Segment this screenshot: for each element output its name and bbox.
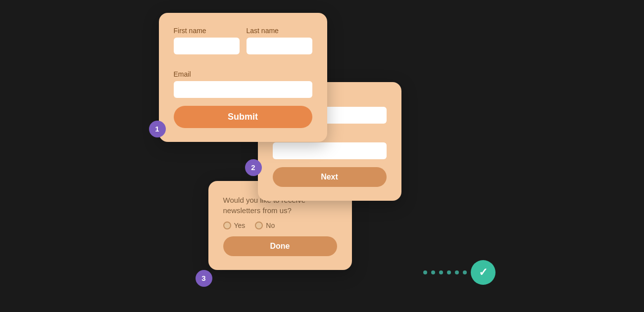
- dot-1: [423, 270, 427, 274]
- last-name-input[interactable]: [247, 38, 312, 54]
- next-button[interactable]: Next: [273, 167, 387, 187]
- last-name-group: Last name: [247, 27, 312, 54]
- radio-yes[interactable]: Yes: [223, 222, 246, 229]
- done-button[interactable]: Done: [223, 236, 337, 256]
- step-badge-1: 1: [149, 121, 166, 137]
- job-title-input[interactable]: [273, 142, 387, 159]
- radio-no-circle: [255, 222, 263, 229]
- dot-4: [447, 270, 451, 274]
- email-label: Email: [174, 70, 312, 78]
- completion-row: ✓: [423, 260, 495, 285]
- dot-5: [455, 270, 459, 274]
- radio-no[interactable]: No: [255, 222, 275, 229]
- first-name-input[interactable]: [174, 38, 240, 54]
- last-name-label: Last name: [247, 27, 312, 35]
- email-input[interactable]: [174, 81, 312, 98]
- radio-group: Yes No: [223, 222, 337, 229]
- completion-check-circle: ✓: [471, 260, 495, 285]
- submit-button[interactable]: Submit: [174, 106, 312, 128]
- dot-3: [439, 270, 443, 274]
- first-name-label: First name: [174, 27, 240, 35]
- main-scene: First name Last name Email Submit Compan…: [149, 13, 495, 300]
- step-badge-2: 2: [245, 159, 262, 176]
- first-name-group: First name: [174, 27, 240, 54]
- dot-6: [463, 270, 467, 274]
- radio-no-label: No: [266, 222, 275, 229]
- checkmark-icon: ✓: [479, 266, 488, 279]
- dot-2: [431, 270, 435, 274]
- step-badge-3: 3: [196, 270, 212, 287]
- form-card-1: First name Last name Email Submit: [159, 13, 327, 142]
- email-group: Email: [174, 70, 312, 98]
- radio-yes-circle: [223, 222, 231, 229]
- radio-yes-label: Yes: [234, 222, 246, 229]
